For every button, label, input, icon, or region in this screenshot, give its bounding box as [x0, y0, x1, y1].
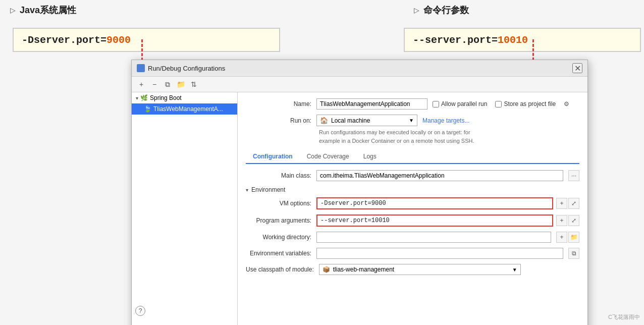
- vm-options-actions: + ⤢: [316, 197, 579, 209]
- java-section-header: ▷ Java系统属性: [10, 4, 76, 16]
- close-button[interactable]: ✕: [572, 63, 582, 73]
- main-class-input[interactable]: [316, 170, 563, 181]
- working-dir-row: Working directory: + 📁: [246, 232, 579, 243]
- tree-panel: ▾ 🌿 Spring Boot 🍃 TliasWebManagementA...: [132, 92, 238, 325]
- program-args-row: Program arguments: + ⤢: [246, 214, 579, 227]
- dialog-toolbar: + − ⧉ 📁 ⇅: [132, 77, 587, 92]
- home-icon: 🏠: [320, 117, 328, 124]
- java-section-arrow: ▷: [10, 6, 16, 14]
- program-args-expand-button[interactable]: ⤢: [568, 215, 579, 226]
- working-dir-actions: + 📁: [556, 232, 579, 243]
- run-on-select[interactable]: 🏠 Local machine ▼: [316, 115, 417, 126]
- tab-code-coverage[interactable]: Code Coverage: [300, 150, 356, 164]
- tab-logs[interactable]: Logs: [356, 150, 384, 164]
- folder-config-button[interactable]: 📁: [175, 79, 186, 90]
- module-label: Use classpath of module:: [246, 266, 314, 273]
- working-dir-input[interactable]: [316, 232, 551, 243]
- manage-targets-link[interactable]: Manage targets...: [422, 117, 469, 124]
- springboot-label: Spring Boot: [150, 94, 182, 101]
- dialog-content: ▾ 🌿 Spring Boot 🍃 TliasWebManagementA...…: [132, 92, 587, 325]
- code-right-text: --server.port=10010: [413, 34, 528, 46]
- dropdown-arrow-icon: ▼: [409, 118, 414, 123]
- cmd-section-header: ▷ 命令行参数: [414, 4, 469, 16]
- watermark: C飞花落雨中: [608, 313, 640, 321]
- env-vars-browse-button[interactable]: ⧉: [568, 248, 579, 259]
- env-vars-label: Environment variables:: [246, 250, 311, 257]
- vm-options-row-actions: + ⤢: [556, 198, 579, 209]
- dialog-titlebar: Run/Debug Configurations ✕: [132, 60, 587, 77]
- environment-arrow[interactable]: ▾: [246, 187, 248, 193]
- cmd-section-arrow: ▷: [414, 6, 419, 14]
- vm-options-row: VM options: + ⤢: [246, 197, 579, 209]
- name-input[interactable]: [316, 98, 427, 110]
- store-as-project-input[interactable]: [495, 101, 502, 107]
- tlias-label: TliasWebManagementA...: [153, 105, 223, 113]
- dialog-title-text: Run/Debug Configurations: [148, 65, 225, 72]
- help-button[interactable]: ?: [135, 306, 145, 316]
- run-debug-dialog: Run/Debug Configurations ✕ + − ⧉ 📁 ⇅ ▾ 🌿…: [131, 60, 588, 325]
- dialog-title-left: Run/Debug Configurations: [137, 64, 225, 72]
- cmd-section-title: 命令行参数: [423, 4, 469, 16]
- vm-options-label: VM options:: [246, 200, 311, 207]
- code-box-right: --server.port=10010: [404, 28, 641, 52]
- add-config-button[interactable]: +: [136, 79, 147, 90]
- checkboxes-group: Allow parallel run Store as project file…: [433, 100, 569, 107]
- remove-config-button[interactable]: −: [149, 79, 160, 90]
- copy-config-button[interactable]: ⧉: [162, 79, 173, 90]
- store-as-project-checkbox[interactable]: Store as project file: [495, 100, 556, 107]
- run-on-label: Run on:: [246, 117, 311, 124]
- springboot-icon: 🌿: [140, 94, 148, 101]
- name-label: Name:: [246, 100, 311, 107]
- store-settings-icon[interactable]: ⚙: [564, 100, 569, 107]
- environment-section: ▾ Environment: [246, 186, 579, 193]
- env-vars-input[interactable]: [316, 248, 563, 259]
- working-dir-folder-button[interactable]: 📁: [568, 232, 579, 243]
- module-select[interactable]: 📦 tlias-web-management ▼: [319, 264, 521, 275]
- vm-options-input[interactable]: [316, 197, 553, 209]
- java-section-title: Java系统属性: [20, 4, 76, 16]
- env-vars-row: Environment variables: ⧉: [246, 248, 579, 259]
- module-row: Use classpath of module: 📦 tlias-web-man…: [246, 264, 579, 275]
- module-dropdown-arrow-icon: ▼: [512, 267, 517, 273]
- program-args-row-actions: + ⤢: [556, 215, 579, 226]
- program-args-actions: + ⤢: [316, 214, 579, 227]
- vm-options-add-button[interactable]: +: [556, 198, 567, 209]
- vm-options-expand-button[interactable]: ⤢: [568, 198, 579, 209]
- main-class-row: Main class: ···: [246, 170, 579, 181]
- main-class-label: Main class:: [246, 172, 311, 179]
- environment-label: Environment: [251, 186, 285, 193]
- dialog-icon: [137, 64, 145, 72]
- allow-parallel-input[interactable]: [433, 101, 439, 107]
- run-on-row: Run on: 🏠 Local machine ▼ Manage targets…: [246, 115, 579, 126]
- code-left-text: -Dserver.port=9000: [22, 34, 131, 46]
- working-dir-add-button[interactable]: +: [556, 232, 567, 243]
- tree-arrow-springboot: ▾: [136, 95, 138, 101]
- program-args-label: Program arguments:: [246, 217, 311, 224]
- run-on-description: Run configurations may be executed local…: [319, 128, 579, 145]
- allow-parallel-checkbox[interactable]: Allow parallel run: [433, 100, 487, 107]
- code-box-left: -Dserver.port=9000: [13, 28, 280, 52]
- program-args-input[interactable]: [316, 214, 553, 227]
- tree-item-tlias[interactable]: 🍃 TliasWebManagementA...: [132, 103, 237, 115]
- sort-config-button[interactable]: ⇅: [188, 79, 199, 90]
- tlias-icon: 🍃: [144, 105, 151, 113]
- tab-configuration[interactable]: Configuration: [246, 150, 300, 164]
- main-class-browse-button[interactable]: ···: [568, 170, 579, 181]
- module-icon: 📦: [323, 266, 330, 273]
- working-dir-label: Working directory:: [246, 234, 311, 241]
- config-panel: Name: Allow parallel run Store as projec…: [238, 92, 587, 325]
- program-args-add-button[interactable]: +: [556, 215, 567, 226]
- tabs-row: Configuration Code Coverage Logs: [246, 150, 579, 164]
- tree-item-springboot[interactable]: ▾ 🌿 Spring Boot: [132, 92, 237, 103]
- name-row: Name: Allow parallel run Store as projec…: [246, 98, 579, 110]
